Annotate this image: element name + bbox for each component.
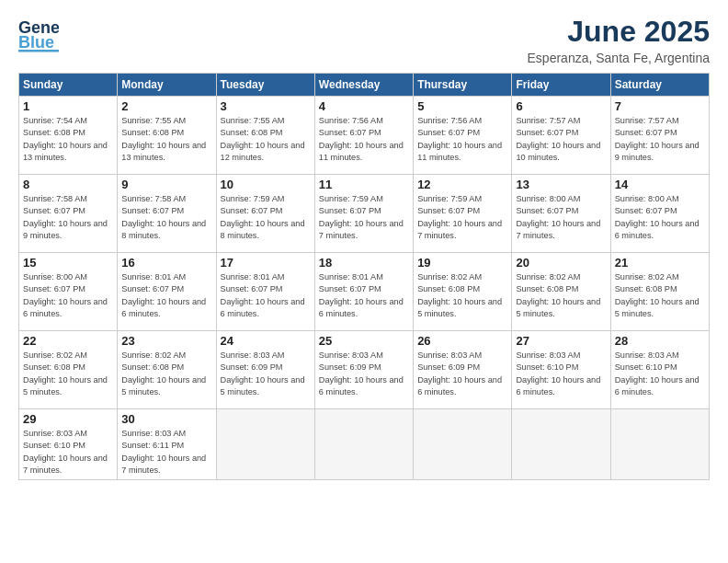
day-info: Sunrise: 7:59 AMSunset: 6:07 PMDaylight:… [319, 193, 409, 242]
day-info: Sunrise: 8:01 AMSunset: 6:07 PMDaylight:… [121, 271, 211, 320]
calendar-week-row: 1Sunrise: 7:54 AMSunset: 6:08 PMDaylight… [19, 97, 710, 175]
col-friday: Friday [512, 74, 610, 97]
table-row: 17Sunrise: 8:01 AMSunset: 6:07 PMDayligh… [216, 253, 314, 331]
day-number: 14 [615, 178, 705, 191]
day-number: 25 [319, 334, 409, 348]
day-number: 10 [221, 178, 311, 191]
table-row: 18Sunrise: 8:01 AMSunset: 6:07 PMDayligh… [314, 253, 413, 331]
table-row: 12Sunrise: 7:59 AMSunset: 6:07 PMDayligh… [414, 175, 512, 253]
day-number: 4 [319, 99, 409, 113]
col-wednesday: Wednesday [314, 74, 413, 97]
day-info: Sunrise: 8:01 AMSunset: 6:07 PMDaylight:… [221, 271, 311, 320]
svg-text:Blue: Blue [18, 33, 54, 52]
day-info: Sunrise: 7:55 AMSunset: 6:08 PMDaylight:… [121, 115, 211, 164]
table-row: 4Sunrise: 7:56 AMSunset: 6:07 PMDaylight… [314, 97, 413, 175]
table-row: 16Sunrise: 8:01 AMSunset: 6:07 PMDayligh… [118, 253, 216, 331]
day-number: 28 [615, 334, 705, 348]
table-row: 30Sunrise: 8:03 AMSunset: 6:11 PMDayligh… [118, 409, 216, 480]
table-row: 20Sunrise: 8:02 AMSunset: 6:08 PMDayligh… [512, 253, 610, 331]
table-row: 10Sunrise: 7:59 AMSunset: 6:07 PMDayligh… [216, 175, 314, 253]
day-info: Sunrise: 8:02 AMSunset: 6:08 PMDaylight:… [417, 271, 507, 320]
day-info: Sunrise: 7:56 AMSunset: 6:07 PMDaylight:… [319, 115, 409, 164]
col-saturday: Saturday [610, 74, 709, 97]
table-row [610, 409, 709, 480]
col-thursday: Thursday [414, 74, 512, 97]
day-info: Sunrise: 8:03 AMSunset: 6:09 PMDaylight:… [221, 350, 311, 398]
table-row: 19Sunrise: 8:02 AMSunset: 6:08 PMDayligh… [414, 253, 512, 331]
main-title: June 2025 [528, 15, 710, 49]
day-info: Sunrise: 8:02 AMSunset: 6:08 PMDaylight:… [516, 271, 606, 320]
day-number: 7 [615, 99, 705, 113]
table-row: 14Sunrise: 8:00 AMSunset: 6:07 PMDayligh… [610, 175, 709, 253]
title-block: June 2025 Esperanza, Santa Fe, Argentina [528, 15, 710, 65]
table-row [314, 409, 413, 480]
day-info: Sunrise: 8:03 AMSunset: 6:10 PMDaylight:… [615, 350, 705, 398]
day-number: 3 [221, 99, 311, 113]
day-info: Sunrise: 7:57 AMSunset: 6:07 PMDaylight:… [516, 115, 606, 164]
day-info: Sunrise: 8:00 AMSunset: 6:07 PMDaylight:… [516, 193, 606, 242]
day-number: 24 [221, 334, 311, 348]
table-row: 21Sunrise: 8:02 AMSunset: 6:08 PMDayligh… [610, 253, 709, 331]
day-info: Sunrise: 8:03 AMSunset: 6:10 PMDaylight:… [23, 428, 113, 477]
col-tuesday: Tuesday [216, 74, 314, 97]
table-row: 25Sunrise: 8:03 AMSunset: 6:09 PMDayligh… [314, 331, 413, 409]
day-number: 23 [121, 334, 211, 348]
table-row: 22Sunrise: 8:02 AMSunset: 6:08 PMDayligh… [19, 331, 118, 409]
day-number: 9 [121, 178, 211, 191]
day-number: 6 [516, 99, 606, 113]
day-number: 21 [615, 256, 705, 270]
day-info: Sunrise: 7:59 AMSunset: 6:07 PMDaylight:… [221, 193, 311, 242]
day-number: 27 [516, 334, 606, 348]
day-number: 20 [516, 256, 606, 270]
table-row [414, 409, 512, 480]
table-row: 1Sunrise: 7:54 AMSunset: 6:08 PMDaylight… [19, 97, 118, 175]
calendar-week-row: 22Sunrise: 8:02 AMSunset: 6:08 PMDayligh… [19, 331, 710, 409]
day-info: Sunrise: 8:02 AMSunset: 6:08 PMDaylight:… [615, 271, 705, 320]
day-info: Sunrise: 7:55 AMSunset: 6:08 PMDaylight:… [221, 115, 311, 164]
day-info: Sunrise: 8:03 AMSunset: 6:11 PMDaylight:… [121, 428, 211, 477]
day-info: Sunrise: 8:03 AMSunset: 6:09 PMDaylight:… [417, 350, 507, 398]
day-number: 30 [121, 412, 211, 426]
table-row: 26Sunrise: 8:03 AMSunset: 6:09 PMDayligh… [414, 331, 512, 409]
table-row: 23Sunrise: 8:02 AMSunset: 6:08 PMDayligh… [118, 331, 216, 409]
day-number: 16 [121, 256, 211, 270]
day-info: Sunrise: 7:58 AMSunset: 6:07 PMDaylight:… [23, 193, 113, 242]
day-info: Sunrise: 8:00 AMSunset: 6:07 PMDaylight:… [615, 193, 705, 242]
table-row: 8Sunrise: 7:58 AMSunset: 6:07 PMDaylight… [19, 175, 118, 253]
day-number: 19 [417, 256, 507, 270]
day-info: Sunrise: 7:54 AMSunset: 6:08 PMDaylight:… [23, 115, 113, 164]
table-row: 29Sunrise: 8:03 AMSunset: 6:10 PMDayligh… [19, 409, 118, 480]
table-row: 3Sunrise: 7:55 AMSunset: 6:08 PMDaylight… [216, 97, 314, 175]
day-number: 22 [23, 334, 113, 348]
day-number: 1 [23, 99, 113, 113]
day-info: Sunrise: 7:56 AMSunset: 6:07 PMDaylight:… [417, 115, 507, 164]
calendar-week-row: 29Sunrise: 8:03 AMSunset: 6:10 PMDayligh… [19, 409, 710, 480]
table-row: 15Sunrise: 8:00 AMSunset: 6:07 PMDayligh… [19, 253, 118, 331]
svg-rect-3 [18, 50, 59, 52]
day-number: 5 [417, 99, 507, 113]
day-number: 17 [221, 256, 311, 270]
table-row: 7Sunrise: 7:57 AMSunset: 6:07 PMDaylight… [610, 97, 709, 175]
table-row: 13Sunrise: 8:00 AMSunset: 6:07 PMDayligh… [512, 175, 610, 253]
day-number: 15 [23, 256, 113, 270]
calendar-week-row: 8Sunrise: 7:58 AMSunset: 6:07 PMDaylight… [19, 175, 710, 253]
day-info: Sunrise: 7:58 AMSunset: 6:07 PMDaylight:… [121, 193, 211, 242]
table-row: 2Sunrise: 7:55 AMSunset: 6:08 PMDaylight… [118, 97, 216, 175]
day-number: 18 [319, 256, 409, 270]
table-row: 28Sunrise: 8:03 AMSunset: 6:10 PMDayligh… [610, 331, 709, 409]
logo: General Blue [18, 15, 59, 53]
col-sunday: Sunday [19, 74, 118, 97]
table-row: 9Sunrise: 7:58 AMSunset: 6:07 PMDaylight… [118, 175, 216, 253]
day-info: Sunrise: 8:02 AMSunset: 6:08 PMDaylight:… [23, 350, 113, 398]
day-info: Sunrise: 7:59 AMSunset: 6:07 PMDaylight:… [417, 193, 507, 242]
table-row: 24Sunrise: 8:03 AMSunset: 6:09 PMDayligh… [216, 331, 314, 409]
subtitle: Esperanza, Santa Fe, Argentina [528, 51, 710, 65]
table-row: 5Sunrise: 7:56 AMSunset: 6:07 PMDaylight… [414, 97, 512, 175]
day-info: Sunrise: 8:02 AMSunset: 6:08 PMDaylight:… [121, 350, 211, 398]
day-info: Sunrise: 8:01 AMSunset: 6:07 PMDaylight:… [319, 271, 409, 320]
page: General Blue June 2025 Esperanza, Santa … [0, 0, 728, 563]
table-row [512, 409, 610, 480]
day-number: 8 [23, 178, 113, 191]
table-row: 6Sunrise: 7:57 AMSunset: 6:07 PMDaylight… [512, 97, 610, 175]
day-number: 13 [516, 178, 606, 191]
